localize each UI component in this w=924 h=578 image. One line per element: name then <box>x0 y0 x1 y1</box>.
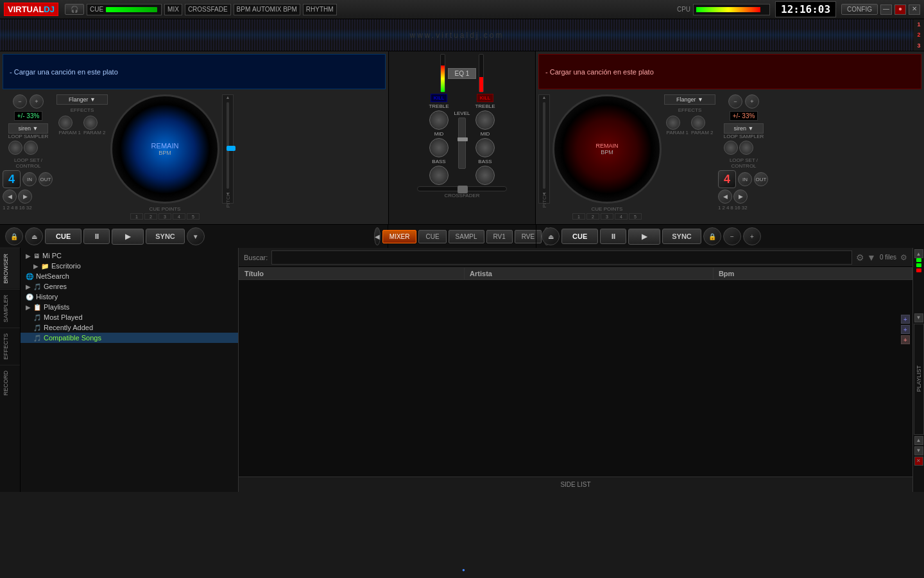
left-mid-knob[interactable] <box>429 138 449 157</box>
minimize-button[interactable]: — <box>880 4 892 15</box>
left-lock-btn[interactable]: 🔒 <box>5 227 23 245</box>
left-minus-btn[interactable]: − <box>13 94 27 109</box>
left-param1-knob[interactable] <box>58 116 73 130</box>
left-plus-btn[interactable]: + <box>30 94 44 109</box>
level-fader[interactable] <box>458 118 466 169</box>
right-cue-3[interactable]: 3 <box>601 213 613 220</box>
left-down-arrow[interactable]: ▼ <box>187 227 205 245</box>
close-button[interactable]: ✕ <box>909 4 920 15</box>
right-cue-5[interactable]: 5 <box>629 213 642 220</box>
right-cue-1[interactable]: 1 <box>572 213 585 220</box>
right-turntable[interactable]: REMAIN BPM <box>552 94 662 204</box>
left-cue-button[interactable]: CUE <box>45 229 81 244</box>
crossfade-indicator[interactable]: CROSSFADE <box>185 4 231 15</box>
right-cue-4[interactable]: 4 <box>615 213 628 220</box>
mix-indicator[interactable]: MIX <box>164 4 182 15</box>
left-play-button[interactable]: ▶ <box>112 229 144 245</box>
close-red-button[interactable]: ● <box>894 4 906 15</box>
left-cue-5[interactable]: 5 <box>187 213 200 220</box>
rhythm-indicator[interactable]: RHYTHM <box>303 4 337 15</box>
playlist-down[interactable]: ▼ <box>914 446 923 455</box>
right-plus-btn[interactable]: + <box>745 94 759 109</box>
effects-tab[interactable]: EFFECTS <box>0 328 20 365</box>
right-loop-out[interactable]: OUT <box>754 172 768 186</box>
left-bass-knob[interactable] <box>429 166 449 185</box>
right-loop-back[interactable]: ◀ <box>718 189 732 204</box>
left-knob-b[interactable] <box>24 141 38 155</box>
config-button[interactable]: CONFIG <box>841 4 878 15</box>
right-kill-btn[interactable]: KILL <box>477 94 493 102</box>
right-sync-button[interactable]: SYNC <box>662 229 701 244</box>
side-list-bar[interactable]: SIDE LIST <box>239 477 912 492</box>
search-icon[interactable]: ⚙ <box>856 252 864 263</box>
right-lock-btn[interactable]: 🔒 <box>703 227 721 245</box>
file-count-icon[interactable]: ⚙ <box>900 253 907 262</box>
right-cue-2[interactable]: 2 <box>586 213 599 220</box>
left-kill-btn[interactable]: KILL <box>431 94 447 102</box>
eq-button[interactable]: EQ 1 <box>448 68 477 79</box>
left-loop-in[interactable]: IN <box>22 172 37 186</box>
playlist-up[interactable]: ▲ <box>914 436 923 445</box>
col-artista[interactable]: Artista <box>465 268 714 280</box>
tree-item-compatible-songs[interactable]: 🎵 Compatible Songs <box>21 333 238 343</box>
bpm-indicator[interactable]: BPM AUTOMIX BPM <box>234 4 300 15</box>
left-loop-out[interactable]: OUT <box>38 172 53 186</box>
right-param2-knob[interactable] <box>691 116 705 130</box>
mixer-left-btn[interactable]: ◀ <box>374 227 381 245</box>
tree-item-recently-added[interactable]: 🎵 Recently Added <box>21 322 238 333</box>
headphone-icon[interactable]: 🎧 <box>65 4 84 15</box>
right-cue-button[interactable]: CUE <box>561 229 598 244</box>
tree-item-most-played[interactable]: 🎵 Most Played <box>21 312 238 322</box>
left-cue-2[interactable]: 2 <box>144 213 157 220</box>
tree-item-genres[interactable]: ▶ 🎵 Genres <box>21 281 238 292</box>
right-play-button[interactable]: ▶ <box>628 229 660 245</box>
right-param1-knob[interactable] <box>666 116 680 130</box>
right-eject-btn[interactable]: ⏏ <box>542 227 560 245</box>
mixer-btn-cue[interactable]: CUE <box>418 230 446 243</box>
mixer-btn-mixer[interactable]: MIXER <box>382 230 417 243</box>
right-minus-btn[interactable]: − <box>728 94 742 109</box>
crossfader-track[interactable] <box>417 186 507 191</box>
record-tab[interactable]: RECORD <box>0 365 20 401</box>
right-mid-knob[interactable] <box>475 138 495 157</box>
remove-item-btn[interactable]: + <box>901 335 910 344</box>
left-turntable[interactable]: REMAIN BPM <box>110 94 219 204</box>
left-loop-back[interactable]: ◀ <box>3 189 17 204</box>
left-loop-sampler[interactable]: siren ▼ <box>8 123 49 134</box>
right-loop-in[interactable]: IN <box>738 172 752 186</box>
right-bass-knob[interactable] <box>475 166 495 185</box>
browser-tab[interactable]: BROWSER <box>0 248 20 289</box>
right-plus-ctrl[interactable]: + <box>743 227 761 245</box>
right-loop-fwd[interactable]: ▶ <box>733 189 748 204</box>
left-loop-fwd[interactable]: ▶ <box>18 189 32 204</box>
left-param2-knob[interactable] <box>83 116 98 130</box>
right-pitch-slider[interactable]: ▲ ▼ PITCH <box>538 94 550 204</box>
col-bpm[interactable]: Bpm <box>713 268 912 280</box>
left-pitch-slider[interactable]: ▲ ▼ PITCH <box>222 94 234 204</box>
left-cue-3[interactable]: 3 <box>158 213 171 220</box>
tree-item-playlists[interactable]: ▶ 📋 Playlists <box>21 302 238 312</box>
col-titulo[interactable]: Título <box>239 268 465 280</box>
right-minus-ctrl[interactable]: − <box>723 227 741 245</box>
scroll-down-btn[interactable]: ▼ <box>914 313 923 322</box>
left-cue-1[interactable]: 1 <box>130 213 143 220</box>
cue-indicator[interactable]: CUE <box>87 4 162 15</box>
mixer-btn-rv1[interactable]: RV1 <box>486 230 513 243</box>
left-pause-button[interactable]: ⏸ <box>83 229 110 244</box>
right-pause-button[interactable]: ⏸ <box>600 229 626 244</box>
bottom-close-btn[interactable]: ✕ <box>914 457 923 466</box>
mixer-btn-sampler[interactable]: SAMPL <box>449 230 484 243</box>
left-treble-knob[interactable] <box>429 110 449 130</box>
search-input[interactable] <box>271 250 852 265</box>
tree-item-escritorio[interactable]: ▶ 📁 Escritorio <box>21 261 238 271</box>
add-item-btn[interactable]: + <box>901 325 910 334</box>
right-loop-sampler[interactable]: siren ▼ <box>724 123 764 134</box>
scroll-up-btn[interactable]: ▲ <box>914 249 923 258</box>
left-sync-button[interactable]: SYNC <box>146 229 185 244</box>
right-knob-a[interactable] <box>724 141 738 155</box>
left-cue-4[interactable]: 4 <box>173 213 185 220</box>
right-knob-b[interactable] <box>739 141 753 155</box>
sampler-tab[interactable]: SAMPLER <box>0 289 20 328</box>
right-treble-knob[interactable] <box>475 110 495 130</box>
left-knob-a[interactable] <box>8 141 22 155</box>
